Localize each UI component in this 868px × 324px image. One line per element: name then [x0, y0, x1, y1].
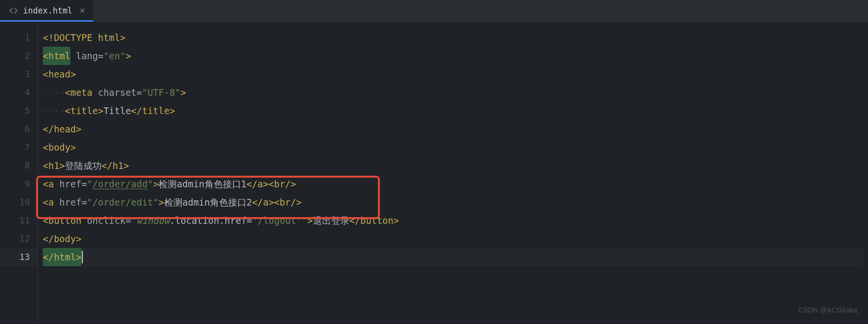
code-angle-icon [9, 6, 18, 15]
code-line[interactable]: <a href="/order/add">检测admin角色接口1</a><br… [43, 175, 863, 193]
code-line[interactable]: <h1>登陆成功</h1> [43, 156, 863, 175]
editor-root: index.html 1 2 3 4 5 6 7 8 9 10 11 12 13… [0, 0, 868, 324]
text-caret [82, 251, 83, 263]
line-number: 7 [0, 138, 38, 156]
code-line[interactable]: <!DOCTYPE html> [43, 28, 863, 47]
line-number-gutter: 1 2 3 4 5 6 7 8 9 10 11 12 13 [0, 22, 38, 324]
tab-index-html[interactable]: index.html [0, 0, 93, 21]
code-line[interactable]: </head> [43, 120, 863, 138]
code-line[interactable]: <html lang="en"> [43, 47, 863, 65]
line-number: 1 [0, 28, 38, 47]
line-number: 11 [0, 211, 38, 230]
watermark-label: CSDN @ACGkaka_ [798, 301, 861, 319]
line-number: 2 [0, 47, 38, 65]
code-line[interactable]: ····<title>Title</title> [43, 102, 863, 120]
line-number: 10 [0, 193, 38, 211]
line-number: 9 [0, 175, 38, 193]
tab-label: index.html [23, 1, 72, 20]
code-line[interactable]: <head> [43, 65, 863, 83]
code-content[interactable]: <!DOCTYPE html> <html lang="en"> <head> … [38, 22, 868, 324]
line-number: 8 [0, 156, 38, 175]
tab-bar: index.html [0, 0, 868, 22]
line-number: 3 [0, 65, 38, 83]
code-line[interactable]: <body> [43, 138, 863, 156]
code-line[interactable]: </body> [43, 230, 863, 248]
code-line[interactable]: <a href="/order/edit">检测admin角色接口2</a><b… [43, 193, 863, 211]
code-line[interactable]: <button onclick="window.location.href='/… [43, 211, 863, 230]
line-number: 5 [0, 102, 38, 120]
line-number: 4 [0, 83, 38, 102]
line-number: 12 [0, 230, 38, 248]
line-number: 6 [0, 120, 38, 138]
code-line[interactable]: </html> [43, 248, 863, 266]
close-icon[interactable] [79, 7, 86, 14]
editor-area[interactable]: 1 2 3 4 5 6 7 8 9 10 11 12 13 <!DOCTYPE … [0, 22, 868, 324]
line-number: 13 [0, 248, 38, 266]
code-line[interactable]: ····<meta charset="UTF-8"> [43, 83, 863, 102]
